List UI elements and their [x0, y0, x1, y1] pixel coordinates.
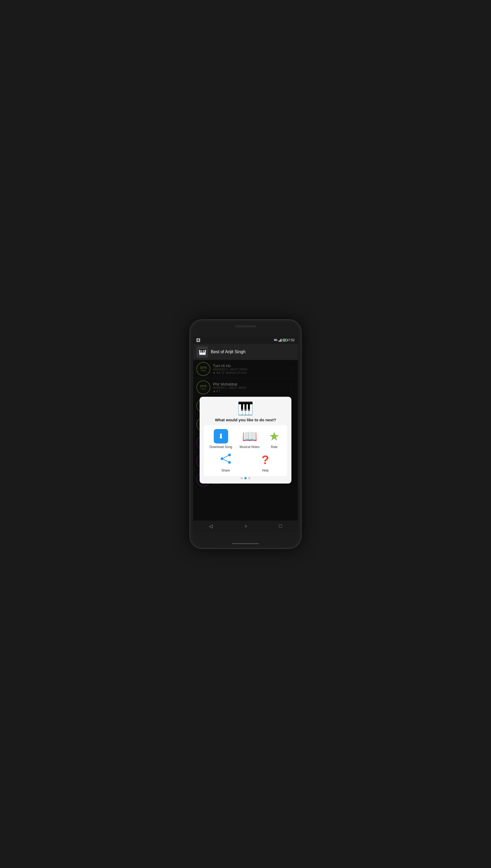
download-arrow-icon: ⬇ — [218, 433, 224, 440]
help-icon: ? — [261, 453, 269, 467]
sim-icon: ▣ — [196, 338, 200, 342]
help-icon-wrap: ? — [258, 453, 272, 467]
musical-notes-icon: 📖 — [242, 430, 257, 442]
battery-icon — [283, 339, 287, 341]
app-title: Best of Arijit Singh — [211, 349, 246, 354]
modal-question: What would you like to do next? — [215, 418, 276, 422]
share-icon — [219, 452, 232, 468]
bottom-bar — [232, 543, 259, 544]
dot-1 — [241, 477, 243, 479]
musical-notes-label: Musical Notes — [240, 445, 260, 449]
recents-button[interactable]: □ — [274, 521, 287, 531]
modal-pagination-dots — [241, 477, 250, 479]
download-icon-wrap: ⬇ — [214, 429, 228, 444]
share-label: Share — [222, 469, 230, 472]
modal-help-button[interactable]: ? Help — [257, 451, 273, 473]
share-icon-wrap — [219, 453, 233, 467]
modal-actions-grid: ⬇ Download Song 📖 Musical Notes — [204, 425, 287, 476]
back-button[interactable]: ◁ — [204, 521, 218, 531]
status-left: ▣ — [196, 338, 200, 342]
modal-actions-row1: ⬇ Download Song 📖 Musical Notes — [206, 428, 285, 450]
help-label: Help — [262, 469, 269, 472]
modal-rate-button[interactable]: ★ Rate — [266, 428, 283, 450]
modal-overlay[interactable]: 🎹 What would you like to do next? ⬇ — [193, 360, 298, 521]
modal-dialog: 🎹 What would you like to do next? ⬇ — [200, 397, 292, 483]
app-header: 🎹 Best of Arijit Singh — [193, 344, 298, 360]
phone-frame: ▣ 4G 7:52 🎹 Best o — [190, 319, 301, 549]
notes-icon-wrap: 📖 — [242, 429, 257, 444]
bottom-navigation: ◁ ○ □ — [193, 521, 298, 532]
modal-logo: 🎹 — [237, 401, 254, 416]
rate-icon-wrap: ★ — [267, 429, 282, 444]
svg-line-3 — [222, 455, 230, 459]
modal-download-button[interactable]: ⬇ Download Song — [208, 428, 233, 450]
rate-star-icon: ★ — [269, 430, 280, 442]
song-list: 337K Views Tum Hi Ho AASHIQUI 2 - ARIJIT… — [193, 360, 298, 521]
app-logo: 🎹 — [196, 346, 208, 358]
signal-icon — [279, 339, 282, 342]
speaker — [235, 325, 256, 327]
dot-2 — [244, 477, 247, 479]
status-bar: ▣ 4G 7:52 — [193, 336, 298, 344]
svg-line-4 — [222, 459, 230, 463]
modal-notes-button[interactable]: 📖 Musical Notes — [238, 428, 261, 450]
download-icon: ⬇ — [214, 429, 228, 444]
modal-actions-row2: Share ? Help — [206, 451, 285, 473]
network-label: 4G — [274, 339, 277, 341]
download-song-label: Download Song — [209, 445, 232, 449]
time-display: 7:52 — [288, 338, 295, 342]
phone-screen: ▣ 4G 7:52 🎹 Best o — [193, 336, 298, 532]
modal-share-button[interactable]: Share — [218, 451, 234, 473]
status-right: 4G 7:52 — [274, 338, 295, 342]
home-button[interactable]: ○ — [239, 521, 253, 531]
dot-3 — [248, 477, 250, 479]
rate-label: Rate — [271, 445, 278, 449]
